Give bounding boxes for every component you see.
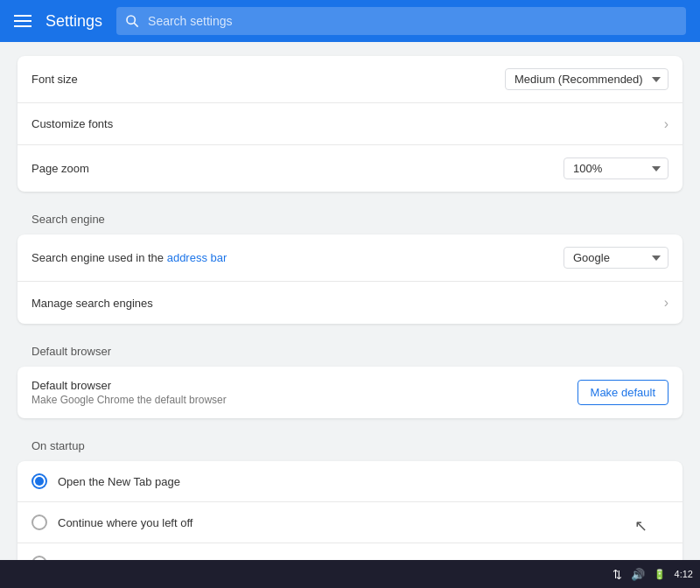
font-size-right: Medium (Recommended)	[505, 68, 668, 90]
startup-option-1-label: Open the New Tab page	[58, 475, 180, 488]
main-content: Font size Medium (Recommended) Customize…	[0, 42, 700, 560]
page-title: Settings	[46, 12, 102, 31]
default-browser-row: Default browser Make Google Chrome the d…	[18, 367, 682, 418]
search-engine-card: Search engine used in the address bar Go…	[18, 234, 682, 324]
taskbar-time: 4:12	[675, 569, 693, 579]
on-startup-section-title: On startup	[18, 439, 682, 452]
on-startup-card: Open the New Tab page Continue where you…	[18, 461, 682, 560]
taskbar-network-icon: ⇅	[612, 568, 622, 581]
manage-search-label: Manage search engines	[32, 297, 153, 310]
manage-search-chevron: ›	[664, 295, 668, 311]
customize-fonts-row[interactable]: Customize fonts ›	[18, 103, 682, 145]
make-default-button[interactable]: Make default	[578, 380, 668, 405]
font-size-select[interactable]: Medium (Recommended)	[505, 68, 668, 90]
search-engine-right: Google	[564, 247, 668, 269]
on-startup-section: On startup Open the New Tab page Continu…	[18, 439, 682, 560]
chevron-right-icon: ›	[664, 116, 668, 132]
search-input[interactable]	[116, 7, 686, 35]
radio-1[interactable]	[32, 473, 47, 489]
search-engine-row[interactable]: Search engine used in the address bar Go…	[18, 234, 682, 282]
radio-2[interactable]	[32, 514, 47, 530]
default-browser-label: Default browser Make Google Chrome the d…	[32, 379, 227, 406]
page-zoom-label: Page zoom	[32, 162, 89, 175]
startup-option-1[interactable]: Open the New Tab page	[18, 461, 682, 502]
menu-icon[interactable]	[14, 15, 32, 27]
page-zoom-right: 100%	[564, 158, 668, 179]
search-container	[116, 7, 686, 35]
default-browser-sublabel: Make Google Chrome the default browser	[32, 394, 227, 406]
startup-option-2[interactable]: Continue where you left off	[18, 502, 682, 543]
page-zoom-select[interactable]: 100%	[564, 158, 668, 179]
taskbar-icons: ⇅ 🔊 🔋 4:12	[612, 568, 693, 581]
search-engine-section-title: Search engine	[18, 213, 682, 226]
default-browser-card: Default browser Make Google Chrome the d…	[18, 367, 682, 418]
default-browser-section-title: Default browser	[18, 345, 682, 358]
page-zoom-row[interactable]: Page zoom 100%	[18, 145, 682, 192]
font-size-row[interactable]: Font size Medium (Recommended)	[18, 56, 682, 103]
search-engine-label: Search engine used in the address bar	[32, 251, 227, 264]
startup-option-2-label: Continue where you left off	[58, 516, 192, 529]
font-size-label: Font size	[32, 73, 78, 86]
appearance-card: Font size Medium (Recommended) Customize…	[18, 56, 682, 192]
address-bar-link[interactable]: address bar	[167, 251, 228, 264]
customize-fonts-label: Customize fonts	[32, 117, 113, 130]
default-browser-section: Default browser Default browser Make Goo…	[18, 345, 682, 418]
header: Settings	[0, 0, 700, 42]
startup-option-3[interactable]: Open a specific page or set of pages	[18, 543, 682, 560]
taskbar: ⇅ 🔊 🔋 4:12	[0, 560, 700, 588]
search-engine-section: Search engine Search engine used in the …	[18, 213, 682, 324]
appearance-section: Font size Medium (Recommended) Customize…	[18, 56, 682, 192]
taskbar-battery-icon: 🔋	[654, 569, 666, 580]
manage-search-row[interactable]: Manage search engines ›	[18, 282, 682, 324]
search-engine-select[interactable]: Google	[564, 247, 668, 269]
taskbar-volume-icon: 🔊	[631, 568, 645, 581]
